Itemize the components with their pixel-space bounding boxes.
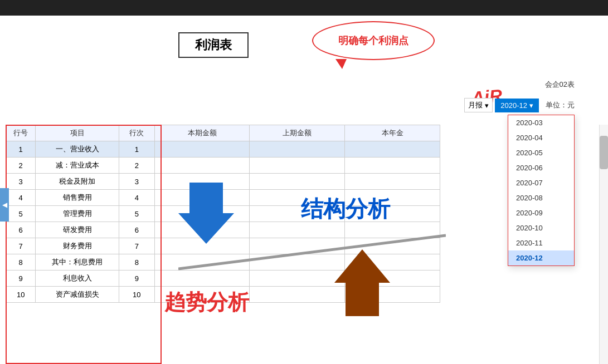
cell-id: 1	[6, 141, 36, 158]
cell-seq: 8	[119, 254, 154, 270]
cell-seq: 10	[119, 287, 154, 303]
cell-sq	[250, 174, 345, 190]
cell-id: 7	[6, 238, 36, 254]
cell-seq: 9	[119, 270, 154, 287]
th-bq: 本期金额	[154, 125, 250, 141]
cell-seq: 7	[119, 238, 154, 254]
svg-marker-2	[334, 249, 390, 316]
svg-marker-0	[178, 183, 234, 244]
dropdown-item-2020-04[interactable]: 2020-04	[508, 130, 574, 145]
scrollbar[interactable]	[599, 125, 608, 364]
report-type-label: 月报	[468, 100, 483, 110]
jiegou-text: 结构分析	[301, 194, 390, 224]
cell-sq	[250, 287, 345, 303]
dropdown-item-2020-12[interactable]: 2020-12	[508, 250, 574, 265]
cell-seq: 1	[119, 141, 154, 158]
cell-id: 2	[6, 158, 36, 174]
dropdown-menu[interactable]: 2020-032020-042020-052020-062020-072020-…	[508, 115, 575, 266]
cell-bn	[345, 141, 440, 158]
dropdown-item-2020-09[interactable]: 2020-09	[508, 205, 574, 220]
cell-name: 资产减值损失	[36, 287, 119, 303]
cell-sq	[250, 141, 345, 158]
left-sidebar-toggle[interactable]: ◀	[0, 188, 9, 222]
th-hang: 行号	[6, 125, 36, 141]
cell-id: 10	[6, 287, 36, 303]
table-row: 2 减：营业成本 2	[6, 158, 440, 174]
cell-id: 3	[6, 174, 36, 190]
dropdown-item-2020-08[interactable]: 2020-08	[508, 190, 574, 205]
speech-bubble-text: 明确每个利润点	[338, 34, 408, 47]
title-box: 利润表	[178, 32, 249, 58]
unit-label: 单位：元	[546, 100, 575, 110]
cell-name: 税金及附加	[36, 174, 119, 190]
cell-name: 研发费用	[36, 222, 119, 238]
company-label: 会企02表	[545, 80, 575, 90]
dropdown-item-2020-06[interactable]: 2020-06	[508, 160, 574, 175]
period-chevron: ▾	[529, 101, 533, 110]
cell-id: 9	[6, 270, 36, 287]
controls-row: 月报 ▾ 2020-12 ▾ 单位：元	[464, 98, 575, 112]
th-sq: 上期金额	[250, 125, 345, 141]
table-row: 1 一、营业收入 1	[6, 141, 440, 158]
cell-seq: 2	[119, 158, 154, 174]
main-content: 明确每个利润点 利润表 AiR 会企02表 月报 ▾ 2020-12 ▾ 单位：…	[0, 16, 608, 364]
cell-seq: 6	[119, 222, 154, 238]
cell-name: 财务费用	[36, 238, 119, 254]
cell-id: 8	[6, 254, 36, 270]
speech-bubble: 明确每个利润点	[312, 21, 435, 60]
dropdown-item-2020-03[interactable]: 2020-03	[508, 115, 574, 130]
th-bn: 本年金	[345, 125, 440, 141]
cell-bn	[345, 174, 440, 190]
scrollbar-thumb[interactable]	[600, 136, 608, 169]
cell-bq	[154, 141, 250, 158]
top-bar	[0, 0, 608, 16]
th-xiang: 项目	[36, 125, 119, 141]
report-type-chevron: ▾	[485, 101, 489, 110]
blue-down-arrow	[178, 183, 234, 246]
dropdown-item-2020-10[interactable]: 2020-10	[508, 220, 574, 235]
cell-id: 5	[6, 206, 36, 222]
cell-sq	[250, 158, 345, 174]
title-text: 利润表	[195, 38, 232, 52]
cell-id: 4	[6, 190, 36, 206]
dropdown-item-2020-05[interactable]: 2020-05	[508, 145, 574, 160]
cell-name: 减：营业成本	[36, 158, 119, 174]
cell-name: 一、营业收入	[36, 141, 119, 158]
report-type-select[interactable]: 月报 ▾	[464, 98, 493, 112]
cell-name: 销售费用	[36, 190, 119, 206]
cell-seq: 5	[119, 206, 154, 222]
brown-up-arrow	[334, 249, 390, 318]
cell-name: 管理费用	[36, 206, 119, 222]
cell-seq: 4	[119, 190, 154, 206]
period-label: 2020-12	[500, 101, 527, 110]
cell-name: 利息收入	[36, 270, 119, 287]
qushi-text: 趋势分析	[164, 288, 249, 317]
cell-id: 6	[6, 222, 36, 238]
cell-name: 其中：利息费用	[36, 254, 119, 270]
cell-seq: 3	[119, 174, 154, 190]
dropdown-item-2020-11[interactable]: 2020-11	[508, 235, 574, 250]
chevron-left-icon: ◀	[2, 201, 7, 209]
cell-bq	[154, 158, 250, 174]
dropdown-item-2020-07[interactable]: 2020-07	[508, 175, 574, 190]
period-select[interactable]: 2020-12 ▾	[495, 99, 539, 112]
th-ci: 行次	[119, 125, 154, 141]
cell-bn	[345, 158, 440, 174]
